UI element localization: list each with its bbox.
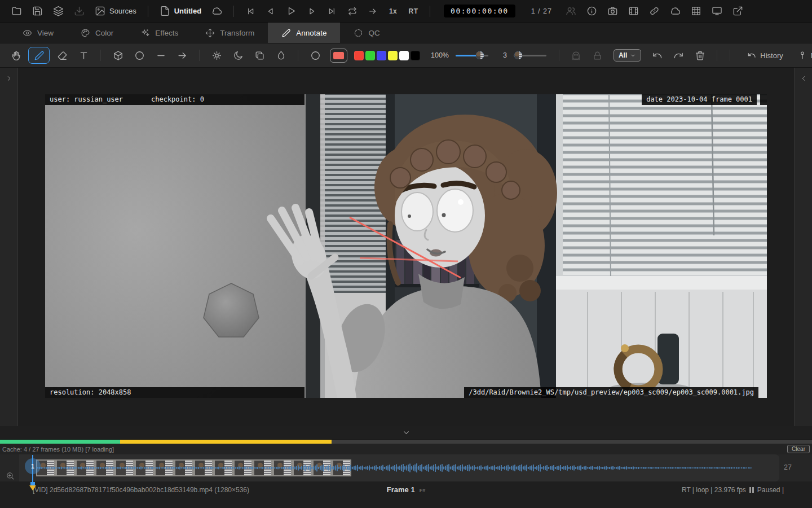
shape-tool-button[interactable] (109, 47, 127, 64)
eraser-tool-button[interactable] (53, 47, 71, 64)
viewport-image[interactable]: user: russian_user checkpoint: 0 date 20… (45, 94, 767, 398)
timeline-thumbnail[interactable] (195, 461, 212, 475)
tab-effects[interactable]: Effects (127, 23, 192, 43)
color-swatch-1[interactable] (365, 51, 375, 60)
share-link-button[interactable] (646, 3, 663, 20)
timeline-thumbnail[interactable] (156, 461, 173, 475)
skip-to-start-icon (246, 7, 255, 16)
grid-view-button[interactable] (687, 3, 705, 20)
opacity-slider[interactable] (456, 55, 488, 56)
play-button[interactable] (283, 3, 300, 20)
timeline-thumbnail[interactable] (57, 461, 74, 475)
frame-mode-label[interactable]: F# (420, 488, 426, 493)
sources-button[interactable]: Sources (91, 3, 140, 20)
clear-cache-button[interactable]: Clear (787, 445, 810, 453)
open-file-button[interactable] (8, 3, 25, 20)
step-forward-button[interactable] (303, 3, 320, 20)
undo-button[interactable] (648, 47, 666, 64)
history-icon (747, 51, 756, 60)
darken-tool-button[interactable] (229, 47, 247, 64)
playhead-handle[interactable]: 1 (25, 458, 41, 474)
open-external-button[interactable] (729, 3, 747, 20)
snapshot-button[interactable] (604, 3, 621, 20)
download-button[interactable] (70, 3, 88, 20)
cloud-upload-button[interactable] (667, 3, 684, 20)
timeline-thumbnail[interactable] (116, 461, 133, 475)
pencil-tool-button[interactable] (28, 47, 50, 64)
color-swatch-0[interactable] (354, 51, 364, 60)
color-swatch-5[interactable] (411, 51, 420, 60)
cloud-sync-button[interactable] (208, 3, 226, 20)
rendered-frame (45, 94, 767, 398)
color-swatch-3[interactable] (388, 51, 398, 60)
line-tool-button[interactable] (152, 47, 170, 64)
realtime-button[interactable]: RT (405, 3, 422, 20)
viewer-canvas[interactable]: user: russian_user checkpoint: 0 date 20… (18, 68, 794, 426)
brighten-tool-button[interactable] (208, 47, 226, 64)
tab-transform[interactable]: Transform (192, 23, 268, 43)
timeline-thumbnail[interactable] (254, 461, 271, 475)
playback-speed-button[interactable]: 1x (385, 3, 401, 20)
layers-button[interactable] (50, 3, 67, 20)
lock-button[interactable] (589, 47, 607, 64)
cloud-icon (211, 6, 222, 16)
collapse-timeline-button[interactable] (0, 426, 812, 440)
filmstrip-button[interactable] (625, 3, 642, 20)
text-tool-button[interactable] (74, 47, 92, 64)
frame-indicator: Frame 1 F# (387, 485, 425, 494)
timeline-thumbnail[interactable] (136, 461, 153, 475)
timeline-zoom-icon[interactable] (6, 471, 15, 480)
timeline-thumbnails[interactable] (36, 459, 351, 476)
tab-view[interactable]: View (9, 23, 67, 43)
tab-qc[interactable]: QC (340, 23, 393, 43)
opacity-slider-thumb[interactable] (476, 51, 484, 59)
info-button[interactable] (583, 3, 601, 20)
play-direction-button[interactable] (364, 3, 381, 20)
color-swatch-2[interactable] (377, 51, 386, 60)
timeline-thumbnail[interactable] (215, 461, 232, 475)
collaborators-button[interactable] (562, 3, 580, 20)
save-button[interactable] (29, 3, 46, 20)
timeline-thumbnail[interactable] (235, 461, 251, 475)
delete-annotations-button[interactable] (691, 47, 709, 64)
layers-icon (53, 6, 64, 16)
session-title-button[interactable]: Untitled (156, 3, 205, 20)
timeline-thumbnail[interactable] (96, 461, 113, 475)
playhead-flag-marker[interactable] (29, 485, 36, 491)
chevron-down-icon (630, 52, 636, 59)
color-swatch-4[interactable] (399, 51, 409, 60)
opacity-value: 100% (431, 51, 449, 59)
expand-right-panel-button[interactable] (800, 75, 807, 82)
redo-button[interactable] (669, 47, 687, 64)
timeline-thumbnail[interactable] (77, 461, 94, 475)
timeline-thumbnail[interactable] (274, 461, 291, 475)
clone-tool-button[interactable] (250, 47, 268, 64)
ellipse-tool-button[interactable] (130, 47, 148, 64)
blur-tool-button[interactable] (272, 47, 290, 64)
current-color-button[interactable] (330, 49, 347, 63)
expand-left-panel-button[interactable] (5, 75, 13, 82)
brush-size-slider[interactable] (514, 55, 546, 56)
tab-color[interactable]: Color (67, 23, 127, 43)
timeline-thumbnail[interactable] (314, 461, 330, 475)
step-back-button[interactable] (262, 3, 279, 20)
brush-size-slider-thumb[interactable] (514, 51, 522, 59)
history-button[interactable]: History (742, 51, 788, 60)
tab-label: View (37, 29, 54, 37)
presentation-button[interactable] (708, 3, 726, 20)
separator (559, 50, 559, 61)
tab-annotate[interactable]: Annotate (268, 23, 340, 43)
ghost-frames-button[interactable] (567, 47, 585, 64)
go-to-end-button[interactable] (324, 3, 341, 20)
go-to-start-button[interactable] (242, 3, 259, 20)
left-panel-strip (0, 68, 18, 426)
annotation-scope-select[interactable]: All (614, 49, 641, 62)
arrow-tool-button[interactable] (173, 47, 191, 64)
loop-mode-button[interactable] (344, 3, 361, 20)
timeline-thumbnail[interactable] (175, 461, 192, 475)
pan-tool-button[interactable] (7, 47, 25, 64)
timeline-thumbnail[interactable] (294, 461, 311, 475)
timeline-thumbnail[interactable] (333, 461, 350, 475)
markers-button[interactable]: Markers (792, 51, 812, 60)
annotate-toolbar: 100% 3 All History Markers (0, 43, 812, 68)
